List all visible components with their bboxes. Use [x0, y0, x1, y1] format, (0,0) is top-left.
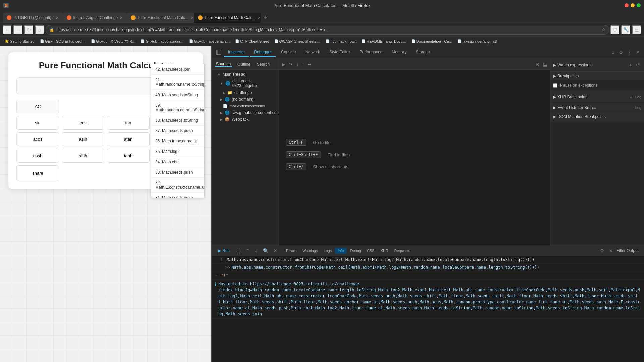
tan-button[interactable]: tan	[107, 116, 150, 130]
enter-split-console-icon[interactable]: ⬓	[542, 60, 549, 68]
bookmark-github-apo[interactable]: 📄 GitHub - apogiatzig/a...	[139, 39, 185, 44]
tab-style-editor[interactable]: Style Editor	[325, 48, 354, 57]
tab-inspector[interactable]: Inspector	[224, 48, 249, 57]
tab-console[interactable]: Console	[277, 48, 300, 57]
domain-github[interactable]: ▶ 🌐 raw.githubusercontent.com	[212, 109, 279, 116]
devtools-settings-icon[interactable]: ⚙	[618, 48, 625, 56]
bookmark-github-aps[interactable]: 📄 GitHub - apsdehal/a...	[187, 39, 232, 44]
forward-button[interactable]: →	[13, 25, 23, 35]
menu-button[interactable]: ☰	[632, 25, 641, 35]
dropdown-item-38[interactable]: 38. Math.seeds.toString	[151, 115, 204, 126]
add-watch-button[interactable]: +	[628, 61, 633, 69]
refresh-watch-button[interactable]: ↺	[635, 61, 641, 69]
extensions-button[interactable]: 🔧	[621, 25, 631, 35]
tab-storage[interactable]: Storage	[412, 48, 434, 57]
filter-requests[interactable]: Requests	[392, 248, 413, 254]
tab-close-icon[interactable]: ✕	[191, 16, 194, 20]
tab-august[interactable]: Intigriti August Challenge ✕	[63, 13, 127, 23]
main-thread-item[interactable]: ▼ Main Thread	[212, 71, 279, 78]
pause-resume-button[interactable]: ▶	[280, 60, 287, 68]
tanh-button[interactable]: tanh	[107, 149, 150, 163]
shields-button[interactable]: 🛡	[610, 25, 620, 35]
dom-mutation-header[interactable]: ▶ DOM Mutation Breakpoints	[550, 112, 644, 121]
pause-on-exceptions-checkbox[interactable]	[553, 83, 557, 88]
tab-intigriti[interactable]: INTIGRITI (@intigriti) / ✕	[3, 13, 63, 23]
filter-debug[interactable]: Debug	[347, 248, 364, 254]
sources-tab[interactable]: Sources	[215, 62, 232, 67]
dropdown-item-31[interactable]: 31. Math.seeds.push	[151, 193, 204, 198]
watch-expand[interactable]: ▶ Watch expressions	[553, 63, 591, 67]
filter-logs[interactable]: Logs	[321, 248, 334, 254]
domain-intigriti[interactable]: ▼ 🌐 challenge-0823.intigriti.io	[212, 78, 279, 89]
dropdown-item-34[interactable]: 34. Math.cbrt	[151, 157, 204, 167]
dropdown-item-33[interactable]: 33. Math.seeds.push	[151, 167, 204, 178]
dropdown-item-37[interactable]: 37. Math.seeds.push	[151, 126, 204, 136]
filter-errors[interactable]: Errors	[283, 248, 299, 254]
bookmark-docs[interactable]: 📄 Documentation - Ca...	[409, 39, 454, 44]
bookmark-github-xvector[interactable]: 📄 GitHub - X-Vector/X-R...	[89, 39, 137, 44]
step-in-button[interactable]: ↓	[295, 60, 300, 68]
dropdown-item-35[interactable]: 35. Math.log2	[151, 146, 204, 157]
cos-button[interactable]: cos	[62, 116, 104, 130]
bookmark-getting-started[interactable]: ⭐ Getting Started	[3, 39, 37, 44]
reload-button[interactable]: ↻	[24, 25, 34, 35]
minimize-button[interactable]	[631, 3, 635, 7]
acos-button[interactable]: acos	[16, 132, 59, 146]
filter-info[interactable]: Info	[335, 248, 346, 254]
sin-button[interactable]: sin	[16, 116, 59, 130]
maximize-button[interactable]	[637, 3, 641, 7]
bookmark-gef[interactable]: 📄 GEF - GDB Enhanced ...	[38, 39, 88, 44]
devtools-more-icon[interactable]: ⋮	[626, 48, 633, 56]
address-bar[interactable]: 🔒 https://challenge-0823.intigriti.io/ch…	[46, 25, 609, 35]
step-back-button[interactable]: ↩	[306, 60, 313, 68]
xhr-breakpoints-header[interactable]: ▶ XHR Breakpoints + Log	[550, 91, 644, 103]
inspector-icon-btn[interactable]	[215, 48, 223, 56]
tab-close-icon[interactable]: ✕	[258, 16, 261, 20]
domain-webpack[interactable]: ▶ 📦 Webpack	[212, 116, 279, 123]
bookmark-ctf[interactable]: 📄 CTF Cheat Sheet	[233, 39, 271, 44]
bookmark-fibonhack[interactable]: 📄 fibonhack | pwn	[324, 39, 358, 44]
add-xhr-button[interactable]: +	[628, 93, 634, 101]
search-in-output-button[interactable]: 🔍	[262, 247, 270, 255]
tab-network[interactable]: Network	[301, 48, 324, 57]
event-listener-header[interactable]: ▶ Event Listener Brea... Log	[550, 103, 644, 112]
cosh-button[interactable]: cosh	[16, 149, 59, 163]
atan-button[interactable]: atan	[107, 132, 150, 146]
more-tabs-button[interactable]: »	[611, 48, 616, 56]
dropdown-item-42[interactable]: 42. Math.seeds.join	[151, 64, 204, 75]
console-close-button[interactable]: ✕	[608, 247, 614, 255]
step-out-button[interactable]: ↑	[301, 60, 306, 68]
filter-xhr[interactable]: XHR	[378, 248, 391, 254]
new-tab-button[interactable]: +	[261, 13, 270, 22]
back-button[interactable]: ←	[3, 25, 12, 35]
filter-css[interactable]: CSS	[364, 248, 377, 254]
devtools-close-icon[interactable]: ✕	[635, 48, 641, 56]
disable-breakpoints-icon[interactable]: ⊘	[534, 60, 541, 68]
bookmark-owasp[interactable]: 📄 OWASP Cheat Sheets ...	[272, 39, 322, 44]
run-button[interactable]: ▶ Run	[215, 247, 233, 254]
challenge-folder[interactable]: ▶ 📁 challenge	[212, 89, 279, 96]
bookmark-readme[interactable]: 📄 README - angr Docu...	[360, 39, 408, 44]
tab-close-icon[interactable]: ✕	[56, 16, 59, 20]
dropdown-item-32[interactable]: 32. Math.E.constructor.name.at	[151, 178, 204, 193]
ac-button[interactable]: AC	[16, 100, 59, 113]
search-tab[interactable]: Search	[256, 62, 271, 67]
tab-calc1[interactable]: Pure Functional Math Calc... ✕	[127, 13, 194, 23]
clear-output-button[interactable]: ✕	[272, 247, 279, 255]
dropdown-item-41[interactable]: 41. Math.random.name.toString	[151, 75, 204, 90]
tab-performance[interactable]: Performance	[355, 48, 386, 57]
tab-debugger[interactable]: Debugger	[250, 48, 276, 57]
expand-all-button[interactable]: ⌄	[253, 247, 260, 255]
step-over-button[interactable]: ↷	[287, 60, 294, 68]
dropdown-item-40[interactable]: 40. Math.seeds.toString	[151, 90, 204, 100]
share-button[interactable]: share	[16, 165, 59, 181]
tab-close-icon[interactable]: ✕	[120, 16, 123, 20]
domain-nodomain[interactable]: ▶ 🌐 (no domain)	[212, 96, 279, 103]
filter-warnings[interactable]: Warnings	[300, 248, 320, 254]
dropdown-item-36[interactable]: 36. Math.trunc.name.at	[151, 136, 204, 146]
star-icon[interactable]: ☆	[602, 27, 605, 32]
bookmark-jake[interactable]: 📄 jakespringer/angr_ctf	[455, 39, 499, 44]
moz-extension-item[interactable]: 📄 moz-extension://89b97a50-c7fe-49c...	[212, 103, 279, 109]
close-button[interactable]	[625, 3, 629, 7]
console-settings-button[interactable]: ⚙	[599, 247, 606, 255]
